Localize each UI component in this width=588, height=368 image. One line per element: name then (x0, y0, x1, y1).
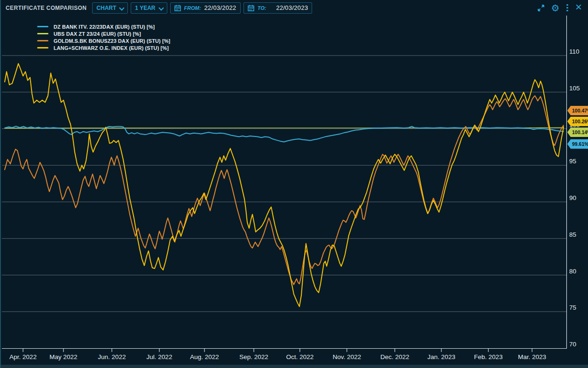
price-tag-3: 99.61% (567, 139, 588, 149)
y-axis-label: 110 (569, 48, 580, 55)
x-axis-label: Feb. 2023 (474, 353, 503, 360)
series-line-2[interactable] (5, 96, 564, 285)
legend-item-0[interactable]: DZ BANK ITV. 22/23DAX (EUR) (STU) [%] (37, 23, 170, 30)
legend-label: DZ BANK ITV. 22/23DAX (EUR) (STU) [%] (54, 24, 155, 30)
y-axis-label: 70 (569, 341, 576, 348)
y-axis-label: 95 (569, 158, 576, 165)
legend-swatch (37, 26, 48, 27)
legend-item-3[interactable]: LANG+SCHWARZ O.E. INDEX (EUR) (STU) [%] (37, 44, 170, 51)
x-axis-label: Jan. 2023 (427, 353, 455, 360)
bottom-scrollbar[interactable] (1, 365, 588, 368)
x-axis-label: Aug. 2022 (190, 353, 219, 360)
x-axis-label: Dec. 2022 (380, 353, 409, 360)
legend-item-1[interactable]: UBS DAX ZT 23/24 (EUR) (STU) [%] (37, 30, 170, 37)
legend-label: GOLDM.S.BK BONUSZ23 DAX (EUR) (STU) [%] (54, 38, 170, 44)
legend-swatch (37, 33, 48, 34)
y-axis-label: 90 (569, 194, 576, 201)
y-axis-label: 85 (569, 231, 576, 238)
legend-swatch (37, 40, 48, 41)
price-tag-1: 100.26% (567, 117, 588, 126)
chart-canvas[interactable]: 110105100959085807570Apr. 2022May 2022Ju… (1, 16, 588, 368)
x-axis-label: Nov. 2022 (333, 353, 361, 360)
x-axis-label: Mar. 2023 (518, 353, 546, 360)
chart-area: 110105100959085807570Apr. 2022May 2022Ju… (1, 0, 588, 368)
x-axis-label: May 2022 (49, 353, 77, 360)
legend: DZ BANK ITV. 22/23DAX (EUR) (STU) [%]UBS… (37, 23, 170, 51)
x-axis-label: Apr. 2022 (9, 353, 37, 360)
x-axis-label: Jun. 2022 (98, 353, 125, 360)
y-axis-label: 80 (569, 268, 576, 275)
price-tag-2: 100.14% (567, 128, 588, 137)
legend-label: UBS DAX ZT 23/24 (EUR) (STU) [%] (54, 31, 141, 37)
x-axis-label: Jul. 2022 (147, 353, 172, 360)
legend-swatch (37, 47, 48, 48)
certificate-comparison-widget: CERTIFICATE COMPARISON CHART 1 YEAR FROM… (0, 0, 588, 368)
legend-item-2[interactable]: GOLDM.S.BK BONUSZ23 DAX (EUR) (STU) [%] (37, 37, 170, 44)
x-axis-label: Oct. 2022 (286, 353, 314, 360)
y-axis-label: 105 (569, 85, 580, 92)
legend-label: LANG+SCHWARZ O.E. INDEX (EUR) (STU) [%] (54, 45, 169, 51)
y-axis-label: 75 (569, 304, 576, 311)
x-axis-label: Sep. 2022 (239, 353, 268, 360)
price-tag-0: 100.47% (567, 106, 588, 115)
